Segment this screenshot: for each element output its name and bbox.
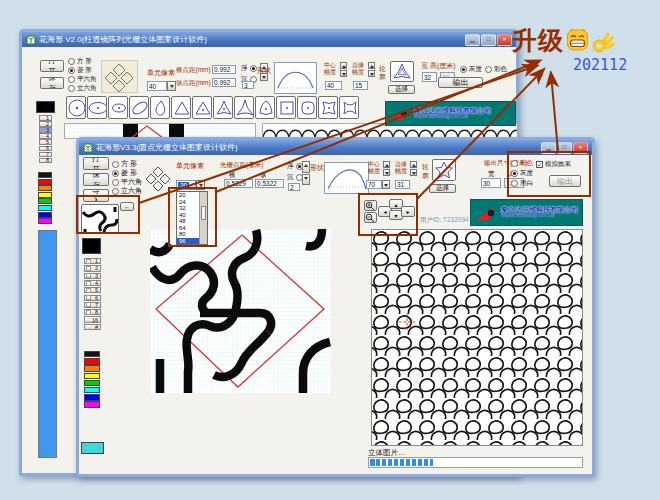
layer-button[interactable]: 6 bbox=[39, 146, 52, 152]
output-button[interactable]: 输出 bbox=[549, 175, 581, 187]
depth-field[interactable]: 3 bbox=[242, 81, 254, 89]
gallery-circle-button[interactable] bbox=[66, 96, 86, 119]
open-button[interactable]: 打开 bbox=[40, 60, 64, 72]
layer-button[interactable]: 6 bbox=[84, 295, 101, 301]
gallery-rounded-triangle-button[interactable] bbox=[255, 96, 275, 119]
unit-pixel-combo[interactable]: 20 bbox=[176, 180, 196, 190]
minimize-button[interactable]: ▁ bbox=[465, 34, 480, 46]
width-field[interactable]: 30 bbox=[481, 178, 501, 188]
layer-button[interactable]: 7 bbox=[84, 302, 101, 308]
layer-button[interactable]: 3 bbox=[84, 273, 101, 279]
gallery-drop-button[interactable] bbox=[150, 96, 170, 119]
palette-color[interactable] bbox=[84, 380, 100, 386]
save-button[interactable]: 保存 bbox=[40, 77, 64, 89]
palette-color[interactable] bbox=[84, 394, 100, 400]
pitch-v-field[interactable]: 0.992 bbox=[212, 78, 236, 87]
maximize-button[interactable]: □ bbox=[557, 142, 572, 154]
output-button[interactable]: 输出 bbox=[438, 77, 483, 88]
layer-button[interactable]: 1 bbox=[39, 115, 52, 121]
pitch-h-field[interactable]: 0.992 bbox=[212, 65, 236, 74]
pan-right-button[interactable]: ▸ bbox=[401, 206, 415, 217]
gallery-ellipse-wide-button[interactable] bbox=[87, 96, 107, 119]
center-amp-spinner[interactable] bbox=[383, 161, 390, 176]
layer-button[interactable]: 16 bbox=[84, 316, 101, 322]
palette-color[interactable] bbox=[84, 358, 100, 364]
layer-button[interactable]: 4 bbox=[84, 280, 101, 286]
close-button[interactable]: × bbox=[497, 34, 512, 46]
radio-square[interactable]: 方 形 bbox=[68, 57, 92, 66]
dropdown-option[interactable]: 96 bbox=[177, 238, 200, 245]
palette-color[interactable] bbox=[84, 373, 100, 379]
titlebar-v2[interactable]: 花海形 V2.0(柱透镜阵列光栅立体图案设计软件) ▁ □ × bbox=[22, 32, 516, 47]
radio-point-hex[interactable]: 立六角 bbox=[112, 186, 142, 196]
pitch-h-field[interactable]: 0.5329 bbox=[224, 179, 253, 188]
layer-button[interactable]: 2 bbox=[39, 121, 52, 127]
gallery-pillow-button[interactable] bbox=[318, 96, 338, 119]
radio-grayscale[interactable]: 灰度 bbox=[460, 65, 482, 74]
gallery-bowtie-button[interactable] bbox=[339, 96, 359, 119]
palette-color[interactable] bbox=[38, 212, 52, 218]
center-amp-field[interactable]: 70 bbox=[366, 180, 382, 189]
size-w-field[interactable]: 32 bbox=[422, 72, 437, 82]
motif-preview-button[interactable] bbox=[81, 204, 119, 234]
titlebar-v3[interactable]: 花海形V3.3(圆点光栅立体图案设计软件) ▁ □ × bbox=[79, 140, 592, 155]
layer-button[interactable]: 5 bbox=[39, 139, 52, 145]
layer-button[interactable]: # bbox=[84, 324, 101, 330]
palette-color[interactable] bbox=[38, 205, 52, 211]
edge-amp-field[interactable]: 31 bbox=[395, 180, 410, 189]
depth-spinner[interactable] bbox=[302, 161, 310, 185]
gallery-square-dot-button[interactable] bbox=[276, 96, 296, 119]
layer-button[interactable]: 3 bbox=[39, 127, 52, 133]
radio-point-hex[interactable]: 立六角 bbox=[68, 84, 97, 93]
depth-field[interactable]: 2 bbox=[288, 183, 300, 191]
radio-float[interactable]: 浮 bbox=[241, 64, 257, 73]
palette-color[interactable] bbox=[84, 351, 100, 357]
close-button[interactable]: × bbox=[573, 142, 588, 154]
gallery-ellipse-small-button[interactable] bbox=[108, 96, 128, 119]
palette-color[interactable] bbox=[38, 179, 52, 185]
outline-shape-button[interactable] bbox=[432, 159, 456, 181]
outline-select-button[interactable]: 选择 bbox=[388, 85, 415, 94]
zoom-out-button[interactable] bbox=[364, 212, 377, 223]
save-button[interactable]: 保存 bbox=[83, 173, 109, 186]
radio-bw[interactable]: 黑白 bbox=[511, 179, 533, 188]
outline-shape-button[interactable] bbox=[390, 61, 414, 82]
layer-button[interactable]: 1 bbox=[84, 258, 101, 264]
palette-color[interactable] bbox=[38, 192, 52, 198]
unit-pixel-dropdown-list[interactable]: 20 24 32 40 48 64 80 96 bbox=[176, 191, 208, 245]
palette-color[interactable] bbox=[38, 172, 52, 178]
gallery-triangle-button[interactable] bbox=[171, 96, 191, 119]
edge-amp-field[interactable]: 15 bbox=[353, 81, 368, 90]
maximize-button[interactable]: □ bbox=[481, 34, 496, 46]
current-color-swatch[interactable] bbox=[36, 101, 55, 113]
gallery-rounded-square-button[interactable] bbox=[297, 96, 317, 119]
apply-left-button[interactable]: ← bbox=[120, 202, 134, 211]
combo-arrow-icon[interactable] bbox=[196, 180, 205, 190]
combo-arrow-icon[interactable] bbox=[382, 180, 390, 189]
gallery-star3-button[interactable] bbox=[234, 96, 254, 119]
edge-amp-spinner[interactable] bbox=[410, 161, 417, 176]
pixel-editor-canvas[interactable] bbox=[150, 229, 331, 394]
dropdown-scrollbar[interactable] bbox=[199, 192, 207, 244]
layer-button[interactable]: 7 bbox=[39, 152, 52, 158]
layer-button[interactable]: 5 bbox=[84, 287, 101, 293]
layer-button[interactable]: 4 bbox=[39, 133, 52, 139]
minimize-button[interactable]: ▁ bbox=[541, 142, 556, 154]
palette-color[interactable] bbox=[38, 185, 52, 191]
palette-color[interactable] bbox=[38, 198, 52, 204]
pitch-v-field[interactable]: 0.5322 bbox=[255, 179, 284, 188]
radio-flat-hex[interactable]: 平六角 bbox=[68, 75, 97, 84]
layer-button[interactable]: 2 bbox=[84, 265, 101, 271]
import-button[interactable]: 导入 bbox=[83, 189, 109, 202]
layer-button[interactable]: 8 bbox=[84, 309, 101, 315]
palette-color[interactable] bbox=[84, 387, 100, 393]
combo-arrow-icon[interactable] bbox=[167, 81, 176, 91]
radio-color[interactable]: 彩色 bbox=[511, 159, 533, 168]
unit-pixel-combo[interactable]: 40 bbox=[147, 81, 167, 91]
current-color-swatch[interactable] bbox=[82, 238, 101, 254]
tiled-preview-pane[interactable] bbox=[371, 229, 583, 446]
open-button[interactable]: 打开 bbox=[83, 157, 109, 170]
simulate-checkbox[interactable]: 模拟效果 bbox=[536, 160, 571, 169]
center-amp-field[interactable]: 40 bbox=[325, 81, 342, 90]
gallery-concave-triangle-button[interactable] bbox=[213, 96, 233, 119]
